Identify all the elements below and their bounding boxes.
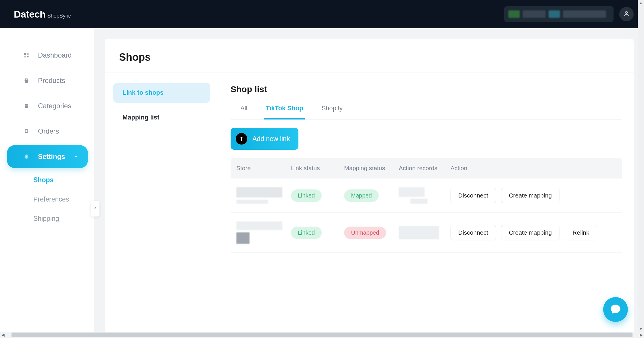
sidebar-item-settings[interactable]: Settings bbox=[7, 145, 88, 168]
subnav-shipping[interactable]: Shipping bbox=[33, 209, 94, 228]
table-row: Linked Unmapped Disconnect bbox=[231, 213, 622, 253]
scroll-right-icon: ▶ bbox=[638, 332, 644, 338]
tiktok-badge-icon: T bbox=[236, 133, 247, 145]
relink-button[interactable]: Relink bbox=[565, 225, 597, 240]
link-status-cell: Linked bbox=[291, 189, 344, 202]
table-row: Linked Mapped Disconnect bbox=[231, 179, 622, 213]
page-title: Shops bbox=[105, 39, 634, 73]
topbar: Datech ShopSync bbox=[0, 0, 644, 28]
settings-subnav: Shops Preferences Shipping bbox=[0, 170, 94, 228]
status-badge-linked: Linked bbox=[291, 189, 322, 202]
side-tab-label: Mapping list bbox=[122, 114, 159, 121]
side-tab-label: Link to shops bbox=[122, 89, 164, 96]
profile-button[interactable] bbox=[619, 7, 634, 21]
col-action-records: Action records bbox=[399, 165, 451, 172]
status-badge-unmapped: Unmapped bbox=[344, 227, 386, 239]
sidebar-item-categories[interactable]: Categories bbox=[7, 94, 88, 117]
side-tab-link-to-shops[interactable]: Link to shops bbox=[113, 83, 210, 103]
svg-rect-1 bbox=[24, 53, 26, 55]
action-cell: Disconnect Create mapping Relink bbox=[451, 225, 616, 240]
svg-rect-2 bbox=[27, 53, 29, 55]
tab-label: TikTok Shop bbox=[266, 105, 303, 112]
subnav-label: Shipping bbox=[33, 215, 59, 222]
tab-shopify[interactable]: Shopify bbox=[320, 101, 344, 119]
sidebar-item-label: Settings bbox=[38, 153, 65, 161]
svg-point-0 bbox=[625, 12, 627, 14]
svg-point-4 bbox=[27, 56, 29, 58]
disconnect-button[interactable]: Disconnect bbox=[451, 188, 496, 203]
chat-fab[interactable] bbox=[603, 297, 628, 322]
sidebar-item-label: Orders bbox=[38, 127, 59, 135]
settings-icon bbox=[23, 153, 30, 160]
shop-table: Store Link status Mapping status Action … bbox=[231, 158, 622, 253]
shop-tabs: All TikTok Shop Shopify bbox=[231, 101, 622, 120]
sidebar-item-products[interactable]: Products bbox=[7, 69, 88, 92]
col-link-status: Link status bbox=[291, 165, 344, 172]
store-selector[interactable] bbox=[504, 6, 614, 22]
create-mapping-button[interactable]: Create mapping bbox=[501, 225, 559, 240]
scroll-down-icon: ▼ bbox=[638, 326, 644, 332]
user-icon bbox=[623, 10, 630, 18]
status-badge-mapped: Mapped bbox=[344, 189, 379, 202]
svg-rect-7 bbox=[26, 130, 28, 131]
section-title: Shop list bbox=[231, 84, 622, 94]
sidebar-item-label: Products bbox=[38, 77, 65, 85]
brand-main: Datech bbox=[14, 9, 45, 20]
horizontal-scrollbar[interactable]: ◀ ▶ bbox=[0, 332, 644, 338]
svg-rect-8 bbox=[26, 131, 28, 132]
brand: Datech ShopSync bbox=[14, 9, 71, 20]
mapping-status-cell: Mapped bbox=[344, 189, 399, 202]
sidebar-item-label: Dashboard bbox=[38, 51, 72, 59]
add-button-label: Add new link bbox=[252, 135, 290, 143]
link-status-cell: Linked bbox=[291, 227, 344, 239]
topbar-right bbox=[504, 6, 634, 22]
sidebar-item-orders[interactable]: Orders bbox=[7, 120, 88, 143]
disconnect-button[interactable]: Disconnect bbox=[451, 225, 496, 240]
tab-label: All bbox=[240, 105, 247, 112]
chat-icon bbox=[610, 303, 621, 316]
categories-icon bbox=[23, 102, 30, 109]
svg-rect-5 bbox=[25, 105, 28, 108]
action-records-cell bbox=[399, 226, 451, 239]
sidebar-item-dashboard[interactable]: Dashboard bbox=[7, 44, 88, 67]
orders-icon bbox=[23, 128, 30, 135]
subnav-label: Shops bbox=[33, 176, 53, 184]
dashboard-icon bbox=[23, 52, 30, 59]
side-tab-mapping-list[interactable]: Mapping list bbox=[113, 106, 210, 126]
action-cell: Disconnect Create mapping bbox=[451, 188, 616, 203]
add-new-link-button[interactable]: T Add new link bbox=[231, 128, 298, 150]
tab-all[interactable]: All bbox=[239, 101, 249, 119]
brand-sub: ShopSync bbox=[47, 13, 71, 19]
sidebar-item-label: Categories bbox=[38, 102, 71, 110]
chevron-up-icon bbox=[74, 153, 78, 161]
scroll-left-icon: ◀ bbox=[0, 332, 6, 338]
store-cell bbox=[236, 221, 291, 244]
store-cell bbox=[236, 187, 291, 204]
col-action: Action bbox=[451, 165, 616, 172]
shop-list-panel: Shop list All TikTok Shop Shopify bbox=[219, 73, 634, 338]
col-mapping-status: Mapping status bbox=[344, 165, 399, 172]
subnav-shops[interactable]: Shops bbox=[33, 170, 94, 190]
subnav-label: Preferences bbox=[33, 195, 69, 203]
tab-tiktok-shop[interactable]: TikTok Shop bbox=[264, 101, 305, 119]
main-area: Shops Link to shops Mapping list Shop li… bbox=[94, 28, 644, 338]
sidebar: Dashboard Products Categories Orders bbox=[0, 28, 94, 338]
table-header: Store Link status Mapping status Action … bbox=[231, 158, 622, 179]
content-card: Shops Link to shops Mapping list Shop li… bbox=[105, 39, 634, 338]
status-badge-linked: Linked bbox=[291, 227, 322, 239]
col-store: Store bbox=[236, 165, 291, 172]
svg-rect-3 bbox=[24, 56, 26, 58]
page-side-tabs: Link to shops Mapping list bbox=[105, 73, 219, 338]
create-mapping-button[interactable]: Create mapping bbox=[501, 188, 559, 203]
action-records-cell bbox=[399, 187, 451, 204]
products-icon bbox=[23, 77, 30, 84]
subnav-preferences[interactable]: Preferences bbox=[33, 190, 94, 209]
tab-label: Shopify bbox=[321, 105, 342, 112]
chevron-left-icon bbox=[93, 206, 97, 211]
sidebar-collapse-toggle[interactable] bbox=[91, 201, 99, 217]
vertical-scrollbar[interactable]: ▲ ▼ bbox=[638, 0, 644, 332]
mapping-status-cell: Unmapped bbox=[344, 227, 399, 239]
scroll-up-icon: ▲ bbox=[638, 0, 644, 6]
